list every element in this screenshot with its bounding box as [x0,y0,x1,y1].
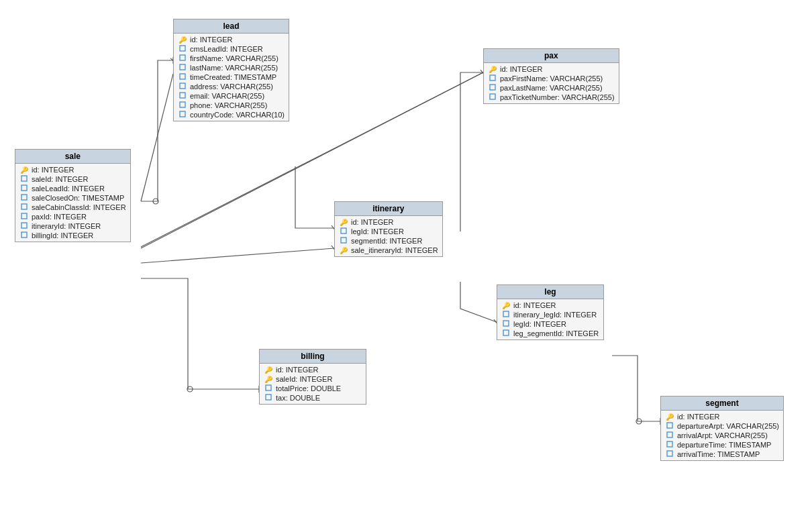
svg-rect-29 [490,85,495,90]
field-text: tax: DOUBLE [276,394,320,402]
fk-icon [19,213,29,221]
svg-rect-13 [21,176,27,181]
fk-icon [665,422,674,430]
field-text: cmsLeadId: INTEGER [190,45,263,53]
svg-point-1 [153,199,158,204]
entity-body-pax: 🔑id: INTEGERpaxFirstName: VARCHAR(255)pa… [484,63,619,103]
svg-rect-15 [21,195,27,200]
field-row: email: VARCHAR(255) [174,91,289,101]
entity-body-leg: 🔑id: INTEGERitinerary_legId: INTEGERlegI… [497,299,603,339]
entity-sale: sale🔑id: INTEGERsaleId: INTEGERsaleLeadI… [15,149,131,242]
field-row: lastName: VARCHAR(255) [174,63,289,72]
entity-leg: leg🔑id: INTEGERitinerary_legId: INTEGERl… [497,284,604,340]
field-text: paxLastName: VARCHAR(255) [500,84,603,92]
key-icon: 🔑 [19,166,29,174]
field-row: paxId: INTEGER [15,212,130,221]
field-text: id: INTEGER [276,366,319,374]
field-text: id: INTEGER [500,65,543,73]
field-text: id: INTEGER [351,218,394,226]
field-text: billingId: INTEGER [32,231,93,240]
field-text: legId: INTEGER [351,227,404,235]
diagram-canvas: sale🔑id: INTEGERsaleId: INTEGERsaleLeadI… [0,0,812,526]
field-text: arrivalArpt: VARCHAR(255) [677,431,768,439]
key-icon: 🔑 [264,366,273,374]
field-text: countryCode: VARCHAR(10) [190,111,285,119]
fk-icon [501,329,511,337]
entity-billing: billing🔑id: INTEGER🔑saleId: INTEGERtotal… [259,349,366,405]
field-text: paxTicketNumber: VARCHAR(255) [500,93,615,101]
fk-icon [178,92,187,100]
field-row: 🔑id: INTEGER [661,412,783,421]
field-text: saleLeadId: INTEGER [32,185,105,193]
fk-icon [178,64,187,72]
field-row: 🔑id: INTEGER [15,165,130,174]
entity-body-sale: 🔑id: INTEGERsaleId: INTEGERsaleLeadId: I… [15,164,130,242]
entity-header-billing: billing [260,350,366,364]
fk-icon [19,194,29,202]
field-row: timeCreated: TIMESTAMP [174,72,289,82]
key-icon: 🔑 [501,302,511,309]
svg-rect-18 [21,223,27,228]
field-text: saleId: INTEGER [276,375,332,383]
field-row: itinerary_legId: INTEGER [497,310,603,319]
key-icon: 🔑 [488,66,497,73]
field-row: itineraryId: INTEGER [15,221,130,231]
field-text: itineraryId: INTEGER [32,222,101,230]
fk-icon [178,111,187,119]
key-icon: 🔑 [339,247,348,254]
field-text: timeCreated: TIMESTAMP [190,73,276,81]
fk-icon [19,203,29,211]
field-text: saleId: INTEGER [32,175,88,183]
svg-rect-28 [490,75,495,81]
field-text: itinerary_legId: INTEGER [513,311,597,319]
svg-rect-21 [180,55,185,60]
field-row: saleId: INTEGER [15,174,130,184]
field-text: paxId: INTEGER [32,213,87,221]
field-row: 🔑id: INTEGER [260,365,366,374]
field-row: legId: INTEGER [335,227,442,236]
field-text: saleCabinClassId: INTEGER [32,203,126,211]
fk-icon [488,93,497,101]
fk-icon [178,45,187,53]
entity-header-lead: lead [174,19,289,34]
svg-rect-25 [180,93,185,98]
svg-rect-14 [21,185,27,191]
svg-rect-24 [180,83,185,89]
entity-header-segment: segment [661,397,783,411]
svg-rect-22 [180,64,185,70]
fk-icon [19,222,29,230]
svg-rect-35 [503,311,509,317]
field-row: paxTicketNumber: VARCHAR(255) [484,93,619,102]
svg-rect-32 [341,238,346,243]
field-row: arrivalTime: TIMESTAMP [661,450,783,459]
field-text: departureArpt: VARCHAR(255) [677,422,779,430]
svg-rect-20 [180,46,185,51]
entity-header-leg: leg [497,285,603,299]
fk-icon [264,394,273,402]
field-text: sale_itineraryId: INTEGER [351,246,438,254]
svg-rect-36 [503,321,509,326]
entity-body-segment: 🔑id: INTEGERdepartureArpt: VARCHAR(255)a… [661,411,783,460]
field-row: saleLeadId: INTEGER [15,184,130,193]
field-row: 🔑id: INTEGER [484,64,619,74]
fk-icon [19,175,29,183]
svg-rect-39 [667,432,672,437]
fk-icon [665,441,674,449]
field-row: phone: VARCHAR(255) [174,101,289,110]
svg-rect-40 [667,441,672,447]
fk-icon [178,83,187,91]
svg-rect-31 [341,228,346,233]
field-text: saleClosedOn: TIMESTAMP [32,194,124,202]
field-row: 🔑id: INTEGER [335,217,442,227]
entity-itinerary: itinerary🔑id: INTEGERlegId: INTEGERsegme… [334,201,443,257]
svg-rect-26 [180,102,185,107]
fk-icon [178,73,187,81]
field-row: legId: INTEGER [497,319,603,329]
svg-line-0 [141,74,173,201]
field-text: phone: VARCHAR(255) [190,101,267,109]
field-row: 🔑id: INTEGER [174,35,289,44]
field-row: segmentId: INTEGER [335,236,442,246]
field-text: id: INTEGER [677,413,720,421]
entity-header-itinerary: itinerary [335,202,442,216]
field-row: paxFirstName: VARCHAR(255) [484,74,619,83]
